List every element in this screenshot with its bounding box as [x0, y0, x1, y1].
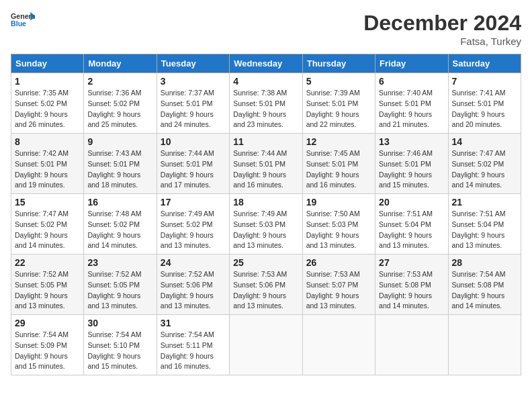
daylight-label: Daylight: 9 hours and 16 minutes.	[306, 171, 359, 189]
sunset-label: Sunset: 5:02 PM	[452, 160, 504, 168]
day-number: 24	[161, 257, 226, 268]
sunrise-label: Sunrise: 7:44 AM	[161, 149, 214, 157]
day-info: Sunrise: 7:53 AM Sunset: 5:08 PM Dayligh…	[379, 269, 444, 312]
day-number: 23	[87, 257, 152, 268]
day-info: Sunrise: 7:54 AM Sunset: 5:11 PM Dayligh…	[161, 330, 226, 372]
sunset-label: Sunset: 5:01 PM	[379, 99, 431, 107]
weekday-header-thursday: Thursday	[302, 54, 375, 73]
calendar-cell: 6 Sunrise: 7:40 AM Sunset: 5:01 PM Dayli…	[375, 73, 448, 134]
day-number: 30	[87, 318, 152, 328]
sunset-label: Sunset: 5:04 PM	[452, 220, 504, 228]
sunrise-label: Sunrise: 7:40 AM	[379, 89, 433, 97]
day-number: 10	[161, 136, 226, 147]
daylight-label: Daylight: 9 hours and 13 minutes.	[306, 231, 359, 250]
daylight-label: Daylight: 9 hours and 14 minutes.	[452, 171, 505, 189]
daylight-label: Daylight: 9 hours and 21 minutes.	[379, 110, 432, 129]
sunset-label: Sunset: 5:05 PM	[15, 281, 67, 289]
day-info: Sunrise: 7:38 AM Sunset: 5:01 PM Dayligh…	[233, 88, 298, 130]
day-number: 8	[15, 136, 80, 147]
calendar-cell: 13 Sunrise: 7:46 AM Sunset: 5:01 PM Dayl…	[375, 134, 448, 194]
page-header: General Blue December 2024 Fatsa, Turkey	[11, 11, 521, 47]
day-number: 9	[87, 136, 152, 147]
calendar-cell: 1 Sunrise: 7:35 AM Sunset: 5:02 PM Dayli…	[11, 73, 84, 134]
calendar-cell: 14 Sunrise: 7:47 AM Sunset: 5:02 PM Dayl…	[448, 134, 521, 194]
daylight-label: Daylight: 9 hours and 17 minutes.	[161, 171, 214, 189]
sunrise-label: Sunrise: 7:39 AM	[306, 89, 360, 97]
day-number: 5	[306, 76, 371, 87]
sunset-label: Sunset: 5:01 PM	[379, 160, 431, 168]
day-number: 3	[161, 76, 226, 87]
sunrise-label: Sunrise: 7:46 AM	[379, 149, 433, 157]
sunset-label: Sunset: 5:01 PM	[87, 160, 140, 168]
day-number: 25	[233, 257, 298, 268]
daylight-label: Daylight: 9 hours and 13 minutes.	[161, 231, 214, 250]
sunrise-label: Sunrise: 7:54 AM	[161, 330, 214, 338]
day-info: Sunrise: 7:46 AM Sunset: 5:01 PM Dayligh…	[379, 148, 444, 191]
sunset-label: Sunset: 5:11 PM	[161, 341, 213, 349]
day-number: 19	[306, 197, 371, 208]
sunrise-label: Sunrise: 7:53 AM	[306, 270, 360, 278]
calendar-cell: 10 Sunrise: 7:44 AM Sunset: 5:01 PM Dayl…	[157, 134, 229, 194]
day-number: 13	[379, 136, 444, 147]
day-info: Sunrise: 7:41 AM Sunset: 5:01 PM Dayligh…	[452, 88, 517, 130]
daylight-label: Daylight: 9 hours and 13 minutes.	[379, 231, 432, 250]
day-info: Sunrise: 7:47 AM Sunset: 5:02 PM Dayligh…	[15, 209, 80, 251]
week-row-5: 29 Sunrise: 7:54 AM Sunset: 5:09 PM Dayl…	[11, 315, 521, 375]
day-info: Sunrise: 7:54 AM Sunset: 5:09 PM Dayligh…	[15, 330, 80, 372]
sunrise-label: Sunrise: 7:53 AM	[379, 270, 433, 278]
day-info: Sunrise: 7:44 AM Sunset: 5:01 PM Dayligh…	[161, 148, 226, 191]
sunrise-label: Sunrise: 7:43 AM	[87, 149, 141, 157]
day-info: Sunrise: 7:47 AM Sunset: 5:02 PM Dayligh…	[452, 148, 517, 191]
day-number: 7	[452, 76, 517, 87]
sunrise-label: Sunrise: 7:47 AM	[452, 149, 506, 157]
day-number: 16	[87, 197, 152, 208]
calendar-cell	[375, 315, 448, 375]
sunset-label: Sunset: 5:09 PM	[15, 341, 67, 349]
sunrise-label: Sunrise: 7:51 AM	[379, 210, 433, 218]
calendar-cell: 30 Sunrise: 7:54 AM Sunset: 5:10 PM Dayl…	[84, 315, 157, 375]
sunrise-label: Sunrise: 7:53 AM	[233, 270, 287, 278]
sunset-label: Sunset: 5:07 PM	[306, 281, 359, 289]
calendar-cell: 21 Sunrise: 7:51 AM Sunset: 5:04 PM Dayl…	[448, 194, 521, 255]
calendar-cell: 4 Sunrise: 7:38 AM Sunset: 5:01 PM Dayli…	[230, 73, 302, 134]
weekday-header-monday: Monday	[84, 54, 157, 73]
day-number: 22	[15, 257, 80, 268]
calendar-cell: 29 Sunrise: 7:54 AM Sunset: 5:09 PM Dayl…	[11, 315, 84, 375]
sunrise-label: Sunrise: 7:51 AM	[452, 210, 506, 218]
month-title: December 2024	[363, 11, 521, 36]
daylight-label: Daylight: 9 hours and 13 minutes.	[233, 291, 286, 310]
calendar-cell: 19 Sunrise: 7:50 AM Sunset: 5:03 PM Dayl…	[302, 194, 375, 255]
sunset-label: Sunset: 5:02 PM	[15, 220, 67, 228]
daylight-label: Daylight: 9 hours and 14 minutes.	[379, 291, 432, 310]
day-number: 21	[452, 197, 517, 208]
weekday-header-saturday: Saturday	[448, 54, 521, 73]
day-number: 29	[15, 318, 80, 328]
daylight-label: Daylight: 9 hours and 13 minutes.	[306, 291, 359, 310]
daylight-label: Daylight: 9 hours and 26 minutes.	[15, 110, 68, 129]
sunset-label: Sunset: 5:01 PM	[306, 160, 359, 168]
day-number: 1	[15, 76, 80, 87]
day-info: Sunrise: 7:49 AM Sunset: 5:03 PM Dayligh…	[233, 209, 298, 251]
sunset-label: Sunset: 5:02 PM	[15, 99, 67, 107]
daylight-label: Daylight: 9 hours and 19 minutes.	[15, 171, 68, 189]
daylight-label: Daylight: 9 hours and 22 minutes.	[306, 110, 359, 129]
day-info: Sunrise: 7:52 AM Sunset: 5:06 PM Dayligh…	[161, 269, 226, 312]
sunset-label: Sunset: 5:06 PM	[161, 281, 213, 289]
daylight-label: Daylight: 9 hours and 25 minutes.	[87, 110, 140, 129]
weekday-header-wednesday: Wednesday	[230, 54, 302, 73]
daylight-label: Daylight: 9 hours and 24 minutes.	[161, 110, 214, 129]
calendar-cell: 11 Sunrise: 7:44 AM Sunset: 5:01 PM Dayl…	[230, 134, 302, 194]
sunset-label: Sunset: 5:06 PM	[233, 281, 285, 289]
daylight-label: Daylight: 9 hours and 13 minutes.	[161, 291, 214, 310]
day-number: 28	[452, 257, 517, 268]
day-number: 2	[87, 76, 152, 87]
day-info: Sunrise: 7:54 AM Sunset: 5:10 PM Dayligh…	[87, 330, 152, 372]
daylight-label: Daylight: 9 hours and 13 minutes.	[452, 231, 505, 250]
sunset-label: Sunset: 5:01 PM	[15, 160, 67, 168]
calendar-cell: 23 Sunrise: 7:52 AM Sunset: 5:05 PM Dayl…	[84, 255, 157, 315]
weekday-header-sunday: Sunday	[11, 54, 84, 73]
day-info: Sunrise: 7:51 AM Sunset: 5:04 PM Dayligh…	[379, 209, 444, 251]
day-info: Sunrise: 7:43 AM Sunset: 5:01 PM Dayligh…	[87, 148, 152, 191]
sunset-label: Sunset: 5:01 PM	[233, 99, 285, 107]
day-info: Sunrise: 7:53 AM Sunset: 5:07 PM Dayligh…	[306, 269, 371, 312]
